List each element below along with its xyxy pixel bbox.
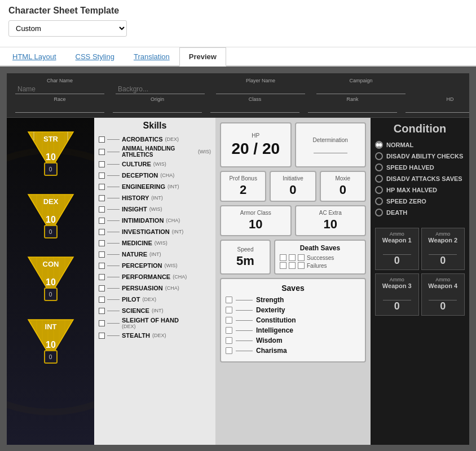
tab-preview[interactable]: Preview xyxy=(179,47,226,67)
save-cha-check[interactable] xyxy=(226,347,232,354)
int-modifier-value: 0 xyxy=(49,354,52,360)
determination-value xyxy=(314,144,347,153)
failure-check-1[interactable] xyxy=(280,262,287,269)
template-select[interactable]: Custom xyxy=(8,20,127,37)
skill-stealth-check[interactable] xyxy=(99,333,105,339)
condition-disadv-attacks[interactable]: DISADV ATTACKS SAVES xyxy=(375,175,465,183)
condition-disadv-ability[interactable]: DISADV ABILITY CHECKS xyxy=(375,152,465,160)
condition-disadv-attacks-radio[interactable] xyxy=(375,175,383,183)
initiative-box: Initiative 0 xyxy=(270,171,316,202)
skill-science-attr: (INT) xyxy=(152,308,164,313)
success-check-1[interactable] xyxy=(280,254,287,261)
successes-label: Successes xyxy=(307,255,334,261)
save-charisma: Charisma xyxy=(226,347,360,355)
char-name-label: Char Name xyxy=(15,78,104,83)
skill-pilot-check[interactable] xyxy=(99,297,105,303)
skill-insight-mod xyxy=(107,209,120,210)
weapon-2-name: Weapon 2 xyxy=(428,237,457,244)
moxie-box: Moxie 0 xyxy=(320,171,366,202)
save-cha-mod xyxy=(236,351,253,351)
race-input[interactable] xyxy=(15,103,104,113)
skill-medicine-name: MEDICINE xyxy=(122,240,152,246)
condition-death[interactable]: DEATH xyxy=(375,209,465,216)
skill-acrobatics-check[interactable] xyxy=(99,136,105,143)
hd-input[interactable] xyxy=(406,103,470,113)
weapon-4-value: 0 xyxy=(440,300,446,312)
condition-normal[interactable]: NORMAL xyxy=(375,141,465,149)
condition-normal-radio[interactable] xyxy=(375,141,383,149)
skill-insight-name: INSIGHT xyxy=(122,206,147,213)
condition-death-radio[interactable] xyxy=(375,209,383,216)
skill-culture: CULTURE (WIS) xyxy=(99,159,211,169)
condition-speed-halved[interactable]: SPEED HALVED xyxy=(375,163,465,171)
tab-translation[interactable]: Translation xyxy=(124,47,179,65)
tab-css-styling[interactable]: CSS Styling xyxy=(66,47,124,65)
skill-investigation-check[interactable] xyxy=(99,229,105,235)
failure-check-2[interactable] xyxy=(289,262,296,269)
header-row2: Race Origin Class Rank xyxy=(15,96,461,113)
skill-insight-check[interactable] xyxy=(99,206,105,213)
condition-hp-max-halved-radio[interactable] xyxy=(375,186,383,194)
save-strength-check[interactable] xyxy=(226,297,232,303)
background-input[interactable] xyxy=(116,85,205,94)
initiative-value: 0 xyxy=(289,183,296,197)
condition-speed-zero[interactable]: SPEED ZERO xyxy=(375,197,465,205)
prof-bonus-box: Prof Bonus 2 xyxy=(220,171,266,202)
save-wis-check[interactable] xyxy=(226,337,232,344)
skill-animal-check[interactable] xyxy=(99,149,105,155)
skill-intimidation-mod xyxy=(107,220,120,221)
success-check-3[interactable] xyxy=(298,254,305,261)
weapon-3-value: 0 xyxy=(394,300,400,312)
origin-label: Origin xyxy=(113,96,202,102)
condition-speed-halved-radio[interactable] xyxy=(375,163,383,171)
ac-extra-value: 10 xyxy=(324,217,337,232)
condition-hp-max-halved[interactable]: HP MAX HALVED xyxy=(375,186,465,194)
skill-engineering-mod xyxy=(107,187,120,187)
skill-persuasion-check[interactable] xyxy=(99,285,105,291)
skill-sleight-check[interactable] xyxy=(99,320,105,326)
weapon-4-underline xyxy=(429,291,457,300)
failure-check-3[interactable] xyxy=(298,262,305,269)
skill-medicine-check[interactable] xyxy=(99,240,105,246)
skill-perception-check[interactable] xyxy=(99,263,105,269)
skill-sleight-mod xyxy=(107,323,120,324)
campaign-input[interactable] xyxy=(316,85,406,94)
skill-persuasion-mod xyxy=(107,288,120,289)
player-name-input[interactable] xyxy=(216,85,305,94)
tab-html-layout[interactable]: HTML Layout xyxy=(3,47,66,65)
speed-box: Speed 5m xyxy=(220,240,271,275)
skill-nature-attr: (INT) xyxy=(149,251,161,257)
save-wis-mod xyxy=(236,341,253,341)
skill-culture-check[interactable] xyxy=(99,161,105,167)
char-name-input[interactable] xyxy=(15,85,104,94)
campaign-label: Campaign xyxy=(316,78,406,83)
skill-history-name: HISTORY xyxy=(122,194,149,201)
skill-engineering: ENGINEERING (INT) xyxy=(99,182,211,192)
skill-engineering-check[interactable] xyxy=(99,184,105,190)
skill-science-check[interactable] xyxy=(99,308,105,314)
skill-culture-attr: (WIS) xyxy=(153,161,166,167)
save-int-check[interactable] xyxy=(226,327,232,334)
success-check-2[interactable] xyxy=(289,254,296,261)
save-dex-check[interactable] xyxy=(226,307,232,313)
skill-persuasion: PERSUASION (CHA) xyxy=(99,283,211,293)
skill-nature-check[interactable] xyxy=(99,251,105,258)
save-int-name: Intelligence xyxy=(256,326,293,334)
death-saves-label: Death Saves xyxy=(280,244,360,252)
origin-input[interactable] xyxy=(113,103,202,113)
skill-history-check[interactable] xyxy=(99,195,105,201)
save-con-check[interactable] xyxy=(226,317,232,324)
skill-performance-check[interactable] xyxy=(99,274,105,280)
rank-input[interactable] xyxy=(308,103,397,113)
condition-speed-halved-label: SPEED HALVED xyxy=(386,164,434,171)
header-row1: Char Name Player Name Campaign xyxy=(15,78,461,94)
weapons-row-1: Ammo Weapon 1 0 Ammo Weapon 2 0 xyxy=(375,228,465,270)
skill-intimidation-check[interactable] xyxy=(99,218,105,224)
int-block: INT 10 0 xyxy=(10,314,91,362)
death-saves-box: Death Saves Successes xyxy=(274,240,366,275)
skill-deception-check[interactable] xyxy=(99,173,105,179)
condition-disadv-ability-radio[interactable] xyxy=(375,152,383,160)
char-name-group: Char Name xyxy=(15,78,104,94)
class-input[interactable] xyxy=(210,103,299,113)
condition-speed-zero-radio[interactable] xyxy=(375,197,383,205)
